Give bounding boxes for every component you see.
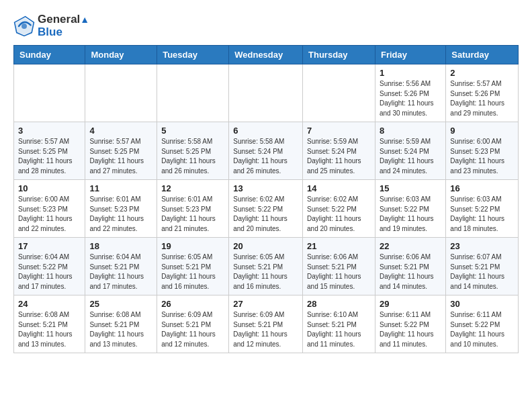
calendar-cell: 5Sunrise: 5:58 AM Sunset: 5:25 PM Daylig… — [157, 122, 229, 180]
week-row-1: 3Sunrise: 5:57 AM Sunset: 5:25 PM Daylig… — [14, 122, 519, 180]
calendar-cell: 21Sunrise: 6:06 AM Sunset: 5:21 PM Dayli… — [303, 238, 375, 295]
day-info: Sunrise: 6:02 AM Sunset: 5:22 PM Dayligh… — [307, 195, 371, 234]
day-info: Sunrise: 6:08 AM Sunset: 5:21 PM Dayligh… — [18, 310, 81, 349]
day-info: Sunrise: 5:56 AM Sunset: 5:26 PM Dayligh… — [380, 79, 441, 118]
calendar-cell: 4Sunrise: 5:57 AM Sunset: 5:25 PM Daylig… — [85, 122, 157, 180]
week-row-3: 17Sunrise: 6:04 AM Sunset: 5:22 PM Dayli… — [14, 238, 519, 295]
day-info: Sunrise: 6:08 AM Sunset: 5:21 PM Dayligh… — [89, 310, 152, 349]
calendar-cell: 22Sunrise: 6:06 AM Sunset: 5:21 PM Dayli… — [375, 238, 445, 295]
calendar-cell: 14Sunrise: 6:02 AM Sunset: 5:22 PM Dayli… — [303, 180, 375, 238]
day-number: 3 — [18, 126, 81, 136]
calendar-cell: 8Sunrise: 5:59 AM Sunset: 5:24 PM Daylig… — [375, 122, 445, 180]
day-number: 16 — [450, 183, 514, 193]
day-number: 4 — [89, 126, 152, 136]
calendar-cell: 12Sunrise: 6:01 AM Sunset: 5:23 PM Dayli… — [157, 180, 229, 238]
day-number: 21 — [307, 241, 371, 251]
calendar-cell: 3Sunrise: 5:57 AM Sunset: 5:25 PM Daylig… — [14, 122, 85, 180]
calendar-cell: 26Sunrise: 6:09 AM Sunset: 5:21 PM Dayli… — [157, 295, 229, 353]
day-number: 13 — [233, 183, 298, 193]
day-number: 7 — [307, 126, 371, 136]
day-info: Sunrise: 5:57 AM Sunset: 5:26 PM Dayligh… — [450, 79, 514, 118]
day-info: Sunrise: 6:04 AM Sunset: 5:22 PM Dayligh… — [18, 253, 81, 291]
logo-text: General▲ Blue — [38, 13, 89, 38]
day-info: Sunrise: 6:11 AM Sunset: 5:22 PM Dayligh… — [380, 310, 441, 349]
day-number: 1 — [380, 68, 441, 78]
day-info: Sunrise: 6:05 AM Sunset: 5:21 PM Dayligh… — [161, 253, 224, 291]
day-info: Sunrise: 5:57 AM Sunset: 5:25 PM Dayligh… — [89, 137, 152, 176]
calendar-cell: 25Sunrise: 6:08 AM Sunset: 5:21 PM Dayli… — [85, 295, 157, 353]
week-row-2: 10Sunrise: 6:00 AM Sunset: 5:23 PM Dayli… — [14, 180, 519, 238]
calendar-cell — [85, 64, 157, 122]
day-info: Sunrise: 5:58 AM Sunset: 5:24 PM Dayligh… — [233, 137, 298, 176]
calendar-cell: 10Sunrise: 6:00 AM Sunset: 5:23 PM Dayli… — [14, 180, 85, 238]
calendar-cell: 20Sunrise: 6:05 AM Sunset: 5:21 PM Dayli… — [229, 238, 303, 295]
day-number: 20 — [233, 241, 298, 251]
day-info: Sunrise: 6:09 AM Sunset: 5:21 PM Dayligh… — [161, 310, 224, 349]
day-info: Sunrise: 6:10 AM Sunset: 5:21 PM Dayligh… — [307, 310, 371, 349]
calendar-cell: 28Sunrise: 6:10 AM Sunset: 5:21 PM Dayli… — [303, 295, 375, 353]
calendar-cell: 29Sunrise: 6:11 AM Sunset: 5:22 PM Dayli… — [375, 295, 445, 353]
day-number: 12 — [161, 183, 224, 193]
day-info: Sunrise: 5:59 AM Sunset: 5:24 PM Dayligh… — [307, 137, 371, 176]
week-row-0: 1Sunrise: 5:56 AM Sunset: 5:26 PM Daylig… — [14, 64, 519, 122]
weekday-header-sunday: Sunday — [14, 46, 85, 64]
day-info: Sunrise: 6:06 AM Sunset: 5:21 PM Dayligh… — [307, 253, 371, 291]
day-number: 18 — [89, 241, 152, 251]
calendar-cell — [14, 64, 85, 122]
day-info: Sunrise: 5:59 AM Sunset: 5:24 PM Dayligh… — [380, 137, 441, 176]
weekday-header-tuesday: Tuesday — [157, 46, 229, 64]
weekday-header-wednesday: Wednesday — [229, 46, 303, 64]
week-row-4: 24Sunrise: 6:08 AM Sunset: 5:21 PM Dayli… — [14, 295, 519, 353]
calendar-cell — [303, 64, 375, 122]
weekday-header-thursday: Thursday — [303, 46, 375, 64]
calendar-cell: 30Sunrise: 6:11 AM Sunset: 5:22 PM Dayli… — [446, 295, 519, 353]
page: General▲ Blue SundayMondayTuesdayWednesd… — [0, 0, 532, 367]
day-number: 14 — [307, 183, 371, 193]
day-info: Sunrise: 6:06 AM Sunset: 5:21 PM Dayligh… — [380, 253, 441, 291]
calendar-cell — [229, 64, 303, 122]
day-number: 10 — [18, 183, 81, 193]
day-number: 2 — [450, 68, 514, 78]
day-info: Sunrise: 6:05 AM Sunset: 5:21 PM Dayligh… — [233, 253, 298, 291]
day-info: Sunrise: 6:03 AM Sunset: 5:22 PM Dayligh… — [380, 195, 441, 234]
calendar-cell: 13Sunrise: 6:02 AM Sunset: 5:22 PM Dayli… — [229, 180, 303, 238]
calendar-cell: 15Sunrise: 6:03 AM Sunset: 5:22 PM Dayli… — [375, 180, 445, 238]
day-number: 11 — [89, 183, 152, 193]
day-info: Sunrise: 6:01 AM Sunset: 5:23 PM Dayligh… — [89, 195, 152, 234]
day-info: Sunrise: 6:00 AM Sunset: 5:23 PM Dayligh… — [18, 195, 81, 234]
day-number: 15 — [380, 183, 441, 193]
logo-icon — [13, 15, 35, 37]
logo: General▲ Blue — [13, 13, 89, 38]
calendar-cell: 9Sunrise: 6:00 AM Sunset: 5:23 PM Daylig… — [446, 122, 519, 180]
day-info: Sunrise: 6:09 AM Sunset: 5:21 PM Dayligh… — [233, 310, 298, 349]
day-number: 9 — [450, 126, 514, 136]
weekday-header-monday: Monday — [85, 46, 157, 64]
day-number: 28 — [307, 299, 371, 309]
day-number: 25 — [89, 299, 152, 309]
day-number: 22 — [380, 241, 441, 251]
day-number: 5 — [161, 126, 224, 136]
day-number: 26 — [161, 299, 224, 309]
day-number: 23 — [450, 241, 514, 251]
calendar-table: SundayMondayTuesdayWednesdayThursdayFrid… — [13, 45, 519, 353]
day-info: Sunrise: 6:00 AM Sunset: 5:23 PM Dayligh… — [450, 137, 514, 176]
calendar-cell: 11Sunrise: 6:01 AM Sunset: 5:23 PM Dayli… — [85, 180, 157, 238]
header: General▲ Blue — [13, 11, 519, 38]
day-number: 6 — [233, 126, 298, 136]
calendar-cell: 17Sunrise: 6:04 AM Sunset: 5:22 PM Dayli… — [14, 238, 85, 295]
weekday-header-row: SundayMondayTuesdayWednesdayThursdayFrid… — [14, 46, 519, 64]
calendar-cell — [157, 64, 229, 122]
day-info: Sunrise: 6:01 AM Sunset: 5:23 PM Dayligh… — [161, 195, 224, 234]
weekday-header-friday: Friday — [375, 46, 445, 64]
calendar-cell: 1Sunrise: 5:56 AM Sunset: 5:26 PM Daylig… — [375, 64, 445, 122]
weekday-header-saturday: Saturday — [446, 46, 519, 64]
calendar-cell: 19Sunrise: 6:05 AM Sunset: 5:21 PM Dayli… — [157, 238, 229, 295]
day-info: Sunrise: 5:58 AM Sunset: 5:25 PM Dayligh… — [161, 137, 224, 176]
day-number: 29 — [380, 299, 441, 309]
calendar-cell: 18Sunrise: 6:04 AM Sunset: 5:21 PM Dayli… — [85, 238, 157, 295]
day-info: Sunrise: 6:07 AM Sunset: 5:21 PM Dayligh… — [450, 253, 514, 291]
day-info: Sunrise: 6:11 AM Sunset: 5:22 PM Dayligh… — [450, 310, 514, 349]
day-info: Sunrise: 5:57 AM Sunset: 5:25 PM Dayligh… — [18, 137, 81, 176]
day-info: Sunrise: 6:02 AM Sunset: 5:22 PM Dayligh… — [233, 195, 298, 234]
calendar-cell: 6Sunrise: 5:58 AM Sunset: 5:24 PM Daylig… — [229, 122, 303, 180]
